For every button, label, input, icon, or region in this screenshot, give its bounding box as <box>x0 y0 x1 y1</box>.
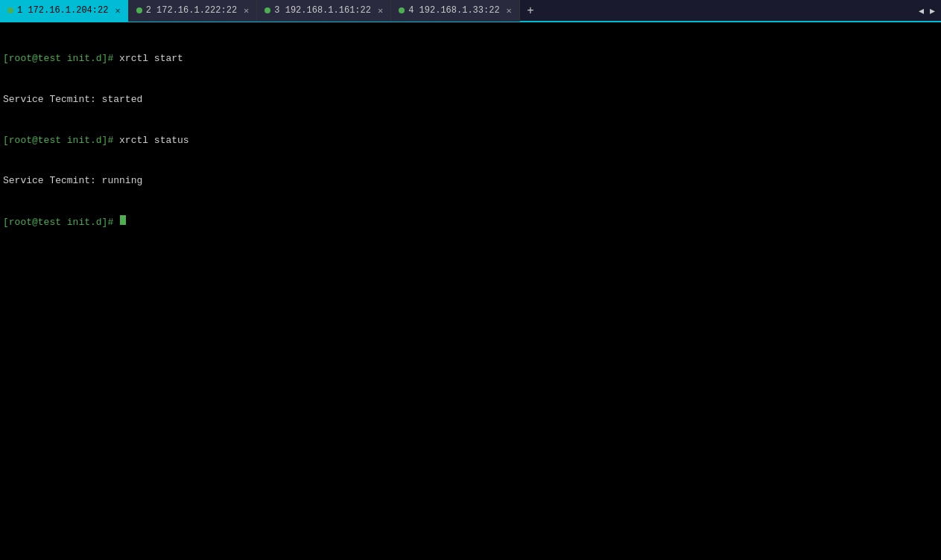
tab-2-status-dot <box>136 7 142 13</box>
tab-2[interactable]: 2 172.16.1.222:22 ✕ <box>129 0 258 22</box>
tab-4-label: 4 192.168.1.33:22 <box>408 5 499 16</box>
terminal-command-1: xrctl start <box>119 52 183 66</box>
tab-4-status-dot <box>399 7 405 13</box>
tab-1-label: 1 172.16.1.204:22 <box>17 5 108 16</box>
terminal-command-2: xrctl status <box>119 134 189 147</box>
tab-prev-button[interactable]: ◂ <box>916 3 927 18</box>
terminal-line-4: Service Tecmint: running <box>3 174 938 188</box>
tab-1-close[interactable]: ✕ <box>115 5 120 16</box>
add-tab-button[interactable]: + <box>520 0 541 21</box>
terminal-prompt-3: [root@test init.d]# <box>3 216 119 229</box>
tab-3-status-dot <box>264 7 270 13</box>
terminal-line-3: [root@test init.d]# xrctl status <box>3 134 938 147</box>
tab-1[interactable]: 1 172.16.1.204:22 ✕ <box>0 0 129 22</box>
tab-bar: 1 172.16.1.204:22 ✕ 2 172.16.1.222:22 ✕ … <box>0 0 941 22</box>
terminal-output-1: Service Tecmint: started <box>3 93 142 106</box>
terminal-line-5: [root@test init.d]# <box>3 215 938 229</box>
terminal-cursor <box>120 215 126 225</box>
tab-2-label: 2 172.16.1.222:22 <box>146 5 237 16</box>
tab-1-status-dot <box>7 7 13 13</box>
terminal-output[interactable]: [root@test init.d]# xrctl start Service … <box>0 22 941 560</box>
tab-4-close[interactable]: ✕ <box>507 5 512 16</box>
tab-navigation: ◂ ▸ <box>916 3 941 18</box>
terminal-line-1: [root@test init.d]# xrctl start <box>3 52 938 66</box>
terminal-prompt-2: [root@test init.d]# <box>3 134 119 147</box>
terminal-line-2: Service Tecmint: started <box>3 93 938 106</box>
tab-4[interactable]: 4 192.168.1.33:22 ✕ <box>391 0 520 22</box>
tab-next-button[interactable]: ▸ <box>927 3 938 18</box>
tab-3[interactable]: 3 192.168.1.161:22 ✕ <box>257 0 391 22</box>
tab-3-label: 3 192.168.1.161:22 <box>274 5 371 16</box>
tab-2-close[interactable]: ✕ <box>244 5 249 16</box>
tab-3-close[interactable]: ✕ <box>378 5 383 16</box>
terminal-prompt-1: [root@test init.d]# <box>3 52 119 66</box>
terminal-output-2: Service Tecmint: running <box>3 174 142 188</box>
